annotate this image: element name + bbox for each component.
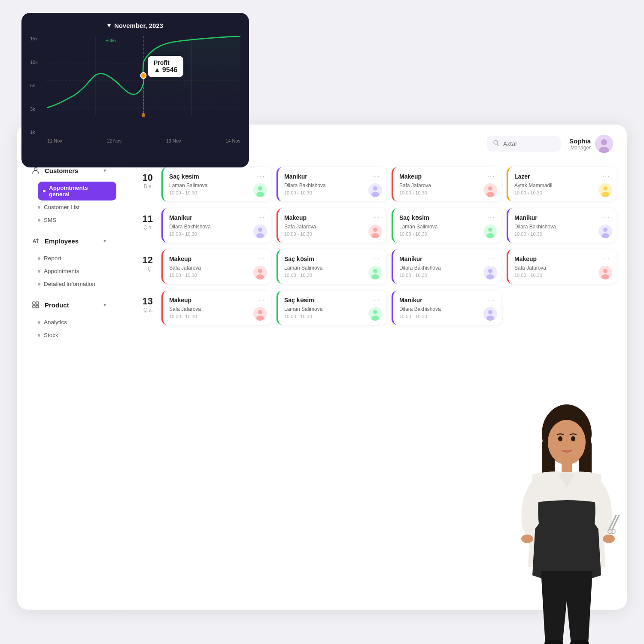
employees-sub-items: Report Appointments Detailed information — [17, 250, 120, 292]
product-header[interactable]: Product ▾ — [21, 296, 116, 314]
appointment-card[interactable]: Makeup ··· Safa Jafarova 10.00 - 10.30 — [392, 167, 501, 201]
employees-icon — [31, 236, 40, 246]
svg-point-83 — [570, 640, 589, 644]
appt-menu-button[interactable]: ··· — [372, 214, 380, 221]
appointment-card[interactable]: Saç kəsim ··· Laman Salimova 10.00 - 10.… — [276, 249, 386, 284]
chart-y-labels: 15k 10k 5k 3k 1k — [30, 36, 38, 143]
tooltip-value: ▲ 9546 — [154, 66, 177, 74]
appt-time: 10.00 - 10.30 — [399, 190, 495, 195]
calendar-row: 10 B.e. Saç kəsim ··· Laman Salimova 10.… — [131, 167, 617, 201]
appt-menu-button[interactable]: ··· — [372, 297, 380, 304]
sidebar-item-report[interactable]: Report — [38, 252, 120, 264]
appt-menu-button[interactable]: ··· — [487, 214, 495, 221]
sidebar-item-detailed-information[interactable]: Detailed information — [38, 278, 120, 290]
appointment-card[interactable]: Makeup ··· Safa Jafarova 10.00 - 10.30 — [507, 249, 617, 284]
sidebar-item-sms[interactable]: SMS — [38, 214, 120, 226]
employees-header[interactable]: Employees ▾ — [21, 232, 116, 250]
appointment-card[interactable]: Makeup ··· Safa Jafarova 10.00 - 10.30 — [276, 208, 386, 243]
appointment-card[interactable]: Lazer ··· Aytak Mammadli 10.00 - 10.30 — [507, 167, 617, 201]
appt-menu-button[interactable]: ··· — [487, 255, 495, 262]
appt-person: Aytak Mammadli — [514, 182, 611, 188]
svg-point-52 — [371, 274, 379, 279]
svg-rect-14 — [33, 302, 35, 304]
day-number: 10 — [131, 173, 153, 182]
svg-point-31 — [486, 192, 494, 197]
appt-menu-button[interactable]: ··· — [257, 214, 265, 221]
search-input[interactable] — [503, 140, 555, 147]
appointment-card[interactable]: Manikur ··· Dilara Bakhishova 10.00 - 10… — [161, 208, 271, 243]
sidebar-item-appointments-general[interactable]: Appointments general — [38, 182, 116, 200]
appt-menu-button[interactable]: ··· — [257, 173, 265, 180]
appt-menu-button[interactable]: ··· — [487, 297, 495, 304]
svg-point-54 — [488, 269, 492, 273]
sidebar-item-analytics[interactable]: Analytics — [38, 316, 120, 328]
appt-avatar — [253, 307, 267, 321]
day-name: B.e. — [131, 183, 153, 189]
chart-area: 15k 10k 5k 3k 1k — [30, 36, 240, 143]
appt-avatar — [483, 225, 497, 238]
appointment-card[interactable]: Manikur ··· Dilara Bakhishova 10.00 - 10… — [507, 208, 617, 243]
svg-point-28 — [371, 192, 379, 197]
svg-point-63 — [373, 310, 377, 314]
sub-item-label: Stock — [44, 332, 58, 338]
svg-point-43 — [486, 233, 494, 238]
day-name: Ç.a. — [131, 307, 153, 313]
appointment-card[interactable]: Manikur ··· Dilara Bakhishova 10.00 - 10… — [392, 291, 501, 325]
sidebar-section-customers: Customers ▾ Appointments general Custome… — [17, 161, 120, 228]
chart-title: November, 2023 — [114, 22, 163, 29]
appt-menu-button[interactable]: ··· — [602, 173, 611, 180]
appointment-card[interactable]: Manikur ··· Dilara Bakhishova 10.00 - 10… — [276, 167, 386, 201]
appt-menu-button[interactable]: ··· — [257, 255, 265, 262]
svg-point-49 — [256, 274, 264, 279]
sidebar-item-stock[interactable]: Stock — [38, 329, 120, 341]
appointment-card[interactable]: Saç kəsim ··· Laman Salimova 10.00 - 10.… — [161, 167, 271, 201]
dot-icon — [38, 219, 40, 222]
svg-point-42 — [488, 228, 492, 232]
appointment-card[interactable]: Saç kəsim ··· Laman Salimova 10.00 - 10.… — [392, 208, 501, 243]
appt-menu-button[interactable]: ··· — [602, 255, 611, 262]
chart-header[interactable]: ▾ November, 2023 — [30, 21, 240, 29]
header-right: Sophia Manager — [487, 135, 613, 153]
appt-avatar — [598, 183, 612, 197]
appt-menu-button[interactable]: ··· — [372, 173, 380, 180]
svg-point-67 — [486, 316, 494, 321]
svg-point-34 — [601, 192, 609, 197]
sidebar-item-appointments[interactable]: Appointments — [38, 265, 120, 277]
day-label: 13 Ç.a. — [131, 291, 156, 313]
appt-menu-button[interactable]: ··· — [487, 173, 495, 180]
appt-menu-button[interactable]: ··· — [602, 214, 611, 221]
svg-line-19 — [497, 144, 499, 146]
svg-point-45 — [603, 228, 608, 232]
svg-point-36 — [258, 228, 262, 232]
appt-menu-button[interactable]: ··· — [257, 297, 265, 304]
tooltip-number: 9546 — [162, 66, 178, 74]
svg-point-24 — [258, 186, 262, 191]
appt-time: 10.00 - 10.30 — [284, 314, 380, 319]
appt-person: Dilara Bakhishova — [399, 265, 495, 271]
appt-menu-button[interactable]: ··· — [372, 255, 380, 262]
svg-rect-15 — [36, 302, 39, 304]
appointment-card[interactable]: Manikur ··· Dilara Bakhishova 10.00 - 10… — [392, 249, 501, 284]
appt-avatar — [368, 307, 382, 321]
appt-time: 10.00 - 10.30 — [399, 231, 495, 237]
appt-avatar — [253, 266, 267, 279]
tooltip-icon: ▲ — [154, 66, 161, 74]
day-cards: Manikur ··· Dilara Bakhishova 10.00 - 10… — [161, 208, 617, 243]
appt-person: Safa Jafarova — [169, 265, 265, 271]
appt-title: Makeup — [284, 214, 307, 221]
svg-point-33 — [603, 186, 608, 191]
appt-avatar — [368, 266, 382, 279]
appt-time: 10.00 - 10.30 — [514, 231, 611, 237]
sidebar-item-customer-list[interactable]: Customer List — [38, 201, 120, 213]
appt-person: Safa Jafarova — [284, 224, 380, 230]
svg-text:+866: +866 — [106, 37, 116, 43]
search-box[interactable] — [487, 136, 561, 152]
appointment-card[interactable]: Makeup ··· Safa Jafarova 10.00 - 10.30 — [161, 249, 271, 284]
appt-avatar — [483, 307, 497, 321]
dot-icon — [38, 257, 40, 260]
appointment-card[interactable]: Makeup ··· Safa Jafarova 10.00 - 10.30 — [161, 291, 271, 325]
appointment-card[interactable]: Saç kəsim ··· Laman Salimova 10.00 - 10.… — [276, 291, 386, 325]
day-label: 10 B.e. — [131, 167, 156, 189]
sub-item-label: Detailed information — [44, 281, 95, 287]
appt-avatar — [368, 183, 382, 197]
